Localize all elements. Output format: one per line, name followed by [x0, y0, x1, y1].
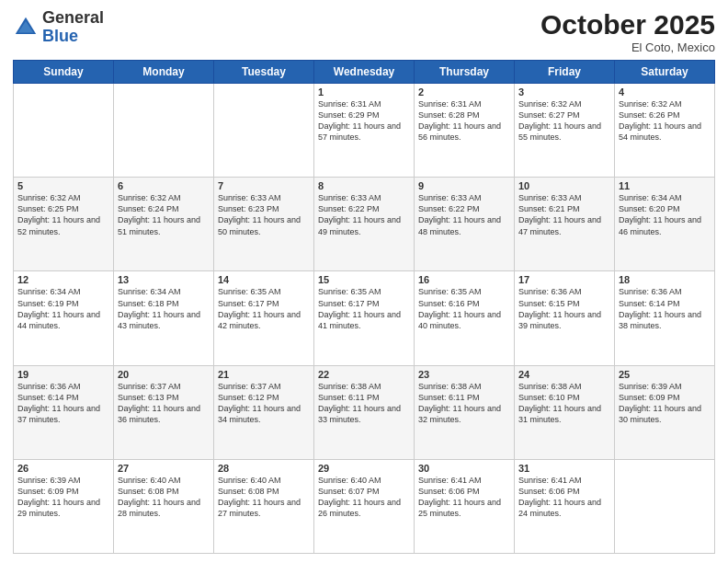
- day-header-thursday: Thursday: [415, 61, 515, 84]
- calendar-cell: 18Sunrise: 6:36 AMSunset: 6:14 PMDayligh…: [615, 271, 715, 365]
- calendar-cell: 10Sunrise: 6:33 AMSunset: 6:21 PMDayligh…: [515, 178, 615, 271]
- calendar-cell: 8Sunrise: 6:33 AMSunset: 6:22 PMDaylight…: [314, 178, 415, 271]
- day-info: Sunrise: 6:37 AMSunset: 6:12 PMDaylight:…: [218, 381, 310, 426]
- day-info: Sunrise: 6:31 AMSunset: 6:29 PMDaylight:…: [318, 98, 410, 144]
- calendar-cell: 19Sunrise: 6:36 AMSunset: 6:14 PMDayligh…: [14, 365, 114, 459]
- day-info: Sunrise: 6:38 AMSunset: 6:11 PMDaylight:…: [418, 381, 510, 426]
- location: El Coto, Mexico: [540, 40, 715, 54]
- day-info: Sunrise: 6:40 AMSunset: 6:08 PMDaylight:…: [118, 475, 210, 520]
- calendar-cell: 2Sunrise: 6:31 AMSunset: 6:28 PMDaylight…: [415, 84, 515, 178]
- day-number: 1: [318, 86, 410, 98]
- logo-text: General Blue: [42, 9, 104, 46]
- day-number: 17: [518, 274, 610, 285]
- day-number: 9: [418, 180, 510, 191]
- calendar-cell: 1Sunrise: 6:31 AMSunset: 6:29 PMDaylight…: [314, 84, 415, 178]
- calendar-week-4: 26Sunrise: 6:39 AMSunset: 6:09 PMDayligh…: [14, 459, 715, 553]
- day-number: 5: [17, 180, 109, 191]
- logo-blue: Blue: [42, 27, 78, 45]
- calendar-cell: 15Sunrise: 6:35 AMSunset: 6:17 PMDayligh…: [314, 271, 415, 365]
- day-number: 19: [17, 369, 109, 380]
- day-info: Sunrise: 6:41 AMSunset: 6:06 PMDaylight:…: [418, 475, 510, 520]
- day-number: 25: [619, 369, 711, 380]
- day-number: 26: [17, 463, 109, 474]
- day-info: Sunrise: 6:35 AMSunset: 6:17 PMDaylight:…: [218, 286, 310, 331]
- calendar-cell: 3Sunrise: 6:32 AMSunset: 6:27 PMDaylight…: [515, 84, 615, 178]
- day-number: 16: [418, 274, 510, 285]
- day-info: Sunrise: 6:32 AMSunset: 6:25 PMDaylight:…: [17, 192, 109, 237]
- day-header-tuesday: Tuesday: [214, 61, 314, 84]
- calendar-cell: [615, 459, 715, 553]
- day-number: 21: [218, 369, 310, 380]
- calendar-table: SundayMondayTuesdayWednesdayThursdayFrid…: [13, 60, 715, 554]
- calendar-cell: 20Sunrise: 6:37 AMSunset: 6:13 PMDayligh…: [114, 365, 214, 459]
- day-info: Sunrise: 6:33 AMSunset: 6:22 PMDaylight:…: [418, 192, 510, 237]
- logo-general: General: [42, 8, 104, 27]
- day-header-monday: Monday: [114, 61, 214, 84]
- day-info: Sunrise: 6:34 AMSunset: 6:20 PMDaylight:…: [619, 192, 711, 237]
- header: General Blue October 2025 El Coto, Mexic…: [13, 9, 715, 54]
- calendar-cell: 29Sunrise: 6:40 AMSunset: 6:07 PMDayligh…: [314, 459, 415, 553]
- calendar-cell: 27Sunrise: 6:40 AMSunset: 6:08 PMDayligh…: [114, 459, 214, 553]
- calendar-week-3: 19Sunrise: 6:36 AMSunset: 6:14 PMDayligh…: [14, 365, 715, 459]
- day-header-wednesday: Wednesday: [314, 61, 415, 84]
- day-number: 18: [619, 274, 711, 285]
- calendar-cell: 12Sunrise: 6:34 AMSunset: 6:19 PMDayligh…: [14, 271, 114, 365]
- day-info: Sunrise: 6:39 AMSunset: 6:09 PMDaylight:…: [17, 475, 109, 520]
- day-info: Sunrise: 6:36 AMSunset: 6:15 PMDaylight:…: [518, 286, 610, 331]
- day-number: 13: [118, 274, 210, 285]
- calendar-cell: 7Sunrise: 6:33 AMSunset: 6:23 PMDaylight…: [214, 178, 314, 271]
- calendar-cell: 21Sunrise: 6:37 AMSunset: 6:12 PMDayligh…: [214, 365, 314, 459]
- calendar-cell: 16Sunrise: 6:35 AMSunset: 6:16 PMDayligh…: [415, 271, 515, 365]
- page: General Blue October 2025 El Coto, Mexic…: [0, 0, 728, 563]
- day-info: Sunrise: 6:32 AMSunset: 6:26 PMDaylight:…: [619, 98, 711, 144]
- calendar-cell: 30Sunrise: 6:41 AMSunset: 6:06 PMDayligh…: [415, 459, 515, 553]
- day-number: 6: [118, 180, 210, 191]
- day-header-friday: Friday: [515, 61, 615, 84]
- day-info: Sunrise: 6:39 AMSunset: 6:09 PMDaylight:…: [619, 381, 711, 426]
- calendar-cell: [114, 84, 214, 178]
- calendar-cell: 6Sunrise: 6:32 AMSunset: 6:24 PMDaylight…: [114, 178, 214, 271]
- day-number: 11: [619, 180, 711, 191]
- header-row: SundayMondayTuesdayWednesdayThursdayFrid…: [14, 61, 715, 84]
- day-info: Sunrise: 6:36 AMSunset: 6:14 PMDaylight:…: [17, 381, 109, 426]
- day-info: Sunrise: 6:36 AMSunset: 6:14 PMDaylight:…: [619, 286, 711, 331]
- day-number: 31: [518, 463, 610, 474]
- day-number: 29: [318, 463, 410, 474]
- day-info: Sunrise: 6:33 AMSunset: 6:23 PMDaylight:…: [218, 192, 310, 237]
- day-info: Sunrise: 6:31 AMSunset: 6:28 PMDaylight:…: [418, 98, 510, 144]
- calendar-cell: 9Sunrise: 6:33 AMSunset: 6:22 PMDaylight…: [415, 178, 515, 271]
- day-number: 22: [318, 369, 410, 380]
- day-number: 12: [17, 274, 109, 285]
- day-number: 2: [418, 86, 510, 98]
- day-number: 4: [619, 86, 711, 98]
- day-number: 20: [118, 369, 210, 380]
- day-info: Sunrise: 6:38 AMSunset: 6:11 PMDaylight:…: [318, 381, 410, 426]
- calendar-cell: 4Sunrise: 6:32 AMSunset: 6:26 PMDaylight…: [615, 84, 715, 178]
- calendar-cell: 26Sunrise: 6:39 AMSunset: 6:09 PMDayligh…: [14, 459, 114, 553]
- calendar-week-0: 1Sunrise: 6:31 AMSunset: 6:29 PMDaylight…: [14, 84, 715, 178]
- day-number: 30: [418, 463, 510, 474]
- calendar-cell: [14, 84, 114, 178]
- day-number: 8: [318, 180, 410, 191]
- day-number: 14: [218, 274, 310, 285]
- day-info: Sunrise: 6:33 AMSunset: 6:21 PMDaylight:…: [518, 192, 610, 237]
- day-info: Sunrise: 6:34 AMSunset: 6:18 PMDaylight:…: [118, 286, 210, 331]
- day-info: Sunrise: 6:38 AMSunset: 6:10 PMDaylight:…: [518, 381, 610, 426]
- day-info: Sunrise: 6:35 AMSunset: 6:17 PMDaylight:…: [318, 286, 410, 331]
- calendar-cell: 14Sunrise: 6:35 AMSunset: 6:17 PMDayligh…: [214, 271, 314, 365]
- day-number: 15: [318, 274, 410, 285]
- day-number: 27: [118, 463, 210, 474]
- logo-icon: [13, 15, 39, 40]
- day-info: Sunrise: 6:40 AMSunset: 6:07 PMDaylight:…: [318, 475, 410, 520]
- day-number: 24: [518, 369, 610, 380]
- day-info: Sunrise: 6:33 AMSunset: 6:22 PMDaylight:…: [318, 192, 410, 237]
- day-header-sunday: Sunday: [14, 61, 114, 84]
- calendar-cell: 17Sunrise: 6:36 AMSunset: 6:15 PMDayligh…: [515, 271, 615, 365]
- day-number: 28: [218, 463, 310, 474]
- month-title: October 2025: [540, 9, 715, 40]
- calendar-cell: 28Sunrise: 6:40 AMSunset: 6:08 PMDayligh…: [214, 459, 314, 553]
- calendar-cell: 13Sunrise: 6:34 AMSunset: 6:18 PMDayligh…: [114, 271, 214, 365]
- calendar-week-2: 12Sunrise: 6:34 AMSunset: 6:19 PMDayligh…: [14, 271, 715, 365]
- day-info: Sunrise: 6:34 AMSunset: 6:19 PMDaylight:…: [17, 286, 109, 331]
- calendar-cell: 22Sunrise: 6:38 AMSunset: 6:11 PMDayligh…: [314, 365, 415, 459]
